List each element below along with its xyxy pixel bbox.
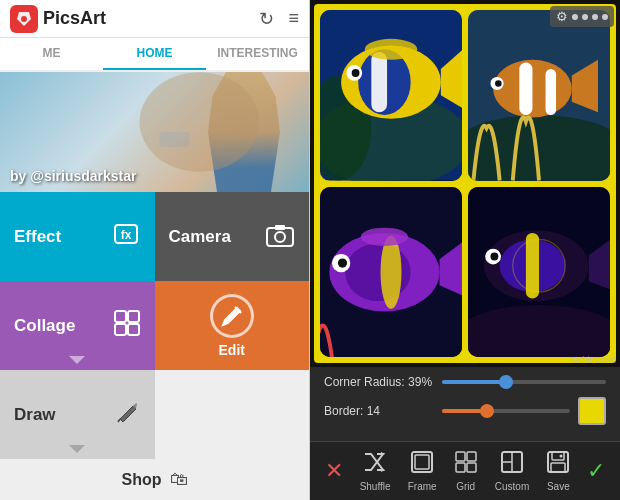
svg-point-63 xyxy=(560,455,563,458)
corner-radius-label: Corner Radius: 39% xyxy=(324,375,434,389)
empty-cell xyxy=(155,370,310,459)
dot-1 xyxy=(572,14,578,20)
app-header: PicsArt ↻ ≡ xyxy=(0,0,309,38)
svg-text:fx: fx xyxy=(120,228,131,242)
svg-rect-28 xyxy=(546,69,556,115)
bottom-toolbar: ✕ Shuffle Frame xyxy=(310,441,620,500)
dot-2 xyxy=(582,14,588,20)
logo: PicsArt xyxy=(10,5,106,33)
svg-point-1 xyxy=(21,16,27,22)
menu-item-edit[interactable]: Edit xyxy=(155,281,310,370)
svg-point-38 xyxy=(338,258,347,267)
svg-rect-62 xyxy=(551,463,565,472)
svg-rect-19 xyxy=(371,52,387,112)
save-icon xyxy=(546,450,570,479)
photo-cell-1[interactable] xyxy=(320,10,462,181)
frame-icon xyxy=(410,450,434,479)
save-button[interactable]: Save xyxy=(546,450,570,492)
svg-rect-54 xyxy=(467,452,476,461)
logo-icon xyxy=(10,5,38,33)
svg-rect-11 xyxy=(115,324,126,335)
controls-area: Corner Radius: 39% Border: 14 xyxy=(310,367,620,441)
svg-point-22 xyxy=(352,69,360,77)
svg-rect-56 xyxy=(467,463,476,472)
gear-icon: ⚙ xyxy=(556,9,568,24)
tab-me[interactable]: ME xyxy=(0,38,103,70)
collage-arrow xyxy=(69,356,85,364)
svg-rect-6 xyxy=(267,228,293,246)
corner-radius-thumb[interactable] xyxy=(499,375,513,389)
svg-point-35 xyxy=(381,235,402,308)
svg-rect-53 xyxy=(456,452,465,461)
border-thumb[interactable] xyxy=(480,404,494,418)
svg-rect-12 xyxy=(128,324,139,335)
svg-rect-3 xyxy=(159,132,189,147)
draw-arrow xyxy=(69,445,85,453)
svg-point-2 xyxy=(140,72,260,172)
photo-cell-3[interactable] xyxy=(320,187,462,358)
menu-item-draw[interactable]: Draw xyxy=(0,370,155,459)
dot-3 xyxy=(592,14,598,20)
confirm-button[interactable]: ✓ xyxy=(587,458,605,484)
corner-radius-row: Corner Radius: 39% xyxy=(324,375,606,389)
refresh-icon[interactable]: ↻ xyxy=(259,8,274,30)
menu-item-effect[interactable]: Effect fx xyxy=(0,192,155,281)
custom-button[interactable]: Custom xyxy=(495,450,529,492)
grid-button[interactable]: Grid xyxy=(454,450,478,492)
svg-rect-55 xyxy=(456,463,465,472)
photo-cell-4[interactable] xyxy=(468,187,610,358)
svg-point-31 xyxy=(495,80,502,87)
watermark: TechinDroid xyxy=(568,355,616,365)
photo-cell-2[interactable] xyxy=(468,10,610,181)
svg-rect-10 xyxy=(128,311,139,322)
menu-icon[interactable]: ≡ xyxy=(288,8,299,29)
svg-rect-8 xyxy=(275,225,285,230)
tab-interesting[interactable]: INTERESTING xyxy=(206,38,309,70)
svg-rect-27 xyxy=(519,62,532,114)
border-label: Border: 14 xyxy=(324,404,434,418)
gear-settings-overlay[interactable]: ⚙ xyxy=(550,6,614,27)
svg-point-7 xyxy=(275,232,285,242)
shop-icon: 🛍 xyxy=(170,469,188,490)
logo-text: PicsArt xyxy=(43,8,106,29)
collage-icon xyxy=(113,309,141,343)
shuffle-icon xyxy=(363,450,387,479)
svg-rect-44 xyxy=(526,232,539,298)
svg-rect-52 xyxy=(415,455,429,469)
svg-point-39 xyxy=(361,227,408,245)
custom-icon xyxy=(500,450,524,479)
right-panel: ⚙ TechinDroid Corner Radius: 39% Border:… xyxy=(310,0,620,500)
border-row: Border: 14 xyxy=(324,397,606,425)
menu-grid: Effect fx Camera Collage xyxy=(0,192,309,459)
border-color-swatch[interactable] xyxy=(578,397,606,425)
camera-icon xyxy=(265,220,295,254)
corner-radius-fill xyxy=(442,380,506,384)
svg-point-23 xyxy=(365,39,417,60)
svg-point-47 xyxy=(490,252,498,260)
menu-item-camera[interactable]: Camera xyxy=(155,192,310,281)
header-icons: ↻ ≡ xyxy=(259,8,299,30)
shop-bar[interactable]: Shop 🛍 xyxy=(0,459,309,500)
hero-caption: by @siriusdarkstar xyxy=(10,168,137,184)
svg-point-41 xyxy=(468,305,610,357)
cancel-button[interactable]: ✕ xyxy=(325,458,343,484)
grid-icon xyxy=(454,450,478,479)
frame-button[interactable]: Frame xyxy=(408,450,437,492)
collage-grid xyxy=(314,4,616,363)
collage-canvas: ⚙ TechinDroid xyxy=(310,0,620,367)
menu-item-collage[interactable]: Collage xyxy=(0,281,155,370)
draw-icon xyxy=(115,399,141,431)
left-panel: PicsArt ↻ ≡ ME HOME INTERESTING by @siri… xyxy=(0,0,310,500)
hero-banner: by @siriusdarkstar xyxy=(0,72,309,192)
svg-point-26 xyxy=(493,60,572,118)
shuffle-button[interactable]: Shuffle xyxy=(360,450,391,492)
border-track[interactable] xyxy=(442,409,570,413)
svg-line-13 xyxy=(118,419,120,422)
tab-home[interactable]: HOME xyxy=(103,38,206,70)
svg-rect-9 xyxy=(115,311,126,322)
corner-radius-track[interactable] xyxy=(442,380,606,384)
dot-4 xyxy=(602,14,608,20)
effect-icon: fx xyxy=(111,219,141,255)
edit-circle-icon xyxy=(210,294,254,338)
tabs-bar: ME HOME INTERESTING xyxy=(0,38,309,72)
